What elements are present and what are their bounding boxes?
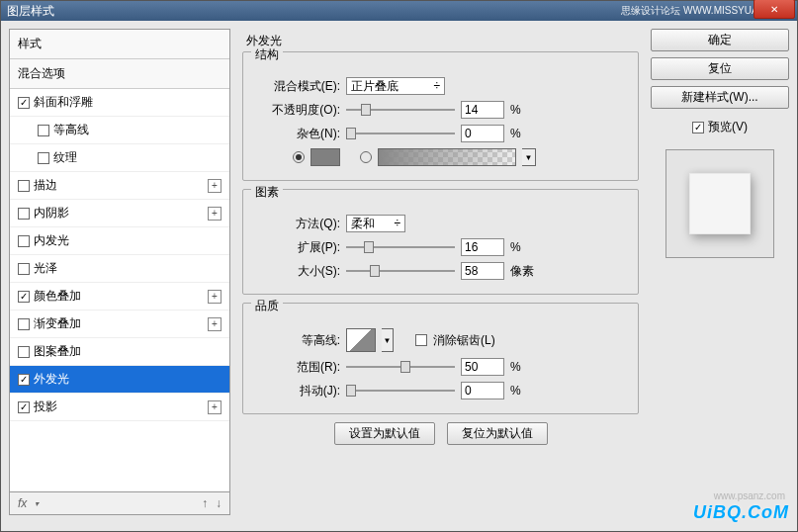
style-item-label: 图案叠加: [34, 343, 81, 360]
jitter-label: 抖动(J):: [253, 383, 340, 399]
add-icon[interactable]: +: [208, 290, 222, 304]
style-checkbox[interactable]: [38, 125, 49, 136]
style-item[interactable]: 渐变叠加+: [10, 310, 229, 338]
style-checkbox[interactable]: [18, 291, 30, 303]
style-checkbox[interactable]: [18, 401, 30, 413]
structure-title: 结构: [251, 46, 283, 63]
style-item[interactable]: 纹理: [10, 144, 229, 172]
style-item[interactable]: 描边+: [10, 172, 229, 200]
move-up-icon[interactable]: ↑: [202, 496, 208, 510]
jitter-slider[interactable]: [346, 384, 455, 398]
add-icon[interactable]: +: [208, 179, 222, 193]
new-style-button[interactable]: 新建样式(W)...: [651, 86, 789, 109]
style-footer: fx▾ ↑ ↓: [10, 491, 229, 514]
spread-slider[interactable]: [346, 240, 455, 254]
size-slider[interactable]: [346, 264, 455, 278]
style-list: 样式 混合选项 斜面和浮雕等高线纹理描边+内阴影+内发光光泽颜色叠加+渐变叠加+…: [10, 30, 229, 491]
quality-group: 品质 等高线: ▼ 消除锯齿(L) 范围(R): % 抖动(J):: [242, 303, 639, 414]
action-panel: 确定 复位 新建样式(W)... 预览(V): [651, 29, 789, 515]
move-down-icon[interactable]: ↓: [216, 496, 222, 510]
style-item-label: 外发光: [34, 371, 69, 388]
size-input[interactable]: [461, 262, 504, 280]
styles-header[interactable]: 样式: [10, 30, 229, 59]
color-radio[interactable]: [293, 151, 305, 163]
blend-mode-label: 混合模式(E):: [253, 78, 340, 95]
gradient-swatch[interactable]: [378, 148, 516, 166]
style-checkbox[interactable]: [18, 180, 30, 192]
style-checkbox[interactable]: [18, 208, 30, 220]
antialias-label: 消除锯齿(L): [433, 332, 495, 349]
contour-picker[interactable]: [346, 328, 376, 352]
elements-group: 图素 方法(Q): 柔和÷ 扩展(P): % 大小(S): 像素: [242, 189, 639, 295]
technique-label: 方法(Q):: [253, 216, 340, 232]
panel-title: 外发光: [246, 33, 639, 49]
blend-mode-select[interactable]: 正片叠底÷: [346, 77, 445, 95]
style-item-label: 内阴影: [34, 205, 69, 222]
noise-unit: %: [510, 127, 521, 140]
style-item[interactable]: 等高线: [10, 117, 229, 144]
style-checkbox[interactable]: [18, 263, 30, 275]
range-input[interactable]: [461, 358, 504, 376]
style-item-label: 描边: [34, 177, 57, 194]
style-item-label: 投影: [34, 399, 57, 415]
color-swatch[interactable]: [310, 148, 340, 166]
style-checkbox[interactable]: [38, 152, 49, 164]
range-label: 范围(R):: [253, 359, 340, 376]
spread-input[interactable]: [461, 238, 504, 256]
size-unit: 像素: [510, 263, 534, 280]
noise-input[interactable]: [461, 125, 504, 142]
style-item[interactable]: 内阴影+: [10, 200, 229, 227]
add-icon[interactable]: +: [208, 207, 222, 221]
layer-style-dialog: 图层样式 思缘设计论坛 WWW.MISSYUAN.COM ✕ 样式 混合选项 斜…: [0, 0, 798, 532]
style-checkbox[interactable]: [18, 346, 30, 358]
add-icon[interactable]: +: [208, 317, 222, 331]
jitter-input[interactable]: [461, 382, 504, 399]
close-button[interactable]: ✕: [754, 0, 795, 19]
contour-label: 等高线:: [253, 332, 340, 349]
style-item-label: 渐变叠加: [34, 315, 81, 332]
noise-label: 杂色(N):: [253, 126, 340, 142]
range-slider[interactable]: [346, 360, 455, 374]
style-item[interactable]: 投影+: [10, 394, 229, 421]
style-item[interactable]: 光泽: [10, 255, 229, 283]
style-checkbox[interactable]: [18, 235, 30, 247]
style-checkbox[interactable]: [18, 318, 30, 330]
ok-button[interactable]: 确定: [651, 29, 789, 51]
watermark-url: www.psanz.com: [714, 490, 785, 501]
style-item-label: 光泽: [34, 260, 57, 277]
style-checkbox[interactable]: [18, 374, 30, 386]
contour-dropdown-icon[interactable]: ▼: [382, 328, 394, 352]
content: 样式 混合选项 斜面和浮雕等高线纹理描边+内阴影+内发光光泽颜色叠加+渐变叠加+…: [1, 21, 797, 523]
antialias-checkbox[interactable]: [415, 334, 427, 346]
cancel-button[interactable]: 复位: [651, 57, 789, 80]
gradient-dropdown-icon[interactable]: ▼: [522, 148, 536, 166]
opacity-label: 不透明度(O):: [253, 102, 340, 119]
size-label: 大小(S):: [253, 263, 340, 280]
preview-checkbox[interactable]: [692, 122, 704, 133]
gradient-radio[interactable]: [360, 151, 372, 163]
technique-select[interactable]: 柔和÷: [346, 215, 405, 232]
style-item[interactable]: 外发光: [10, 366, 229, 394]
spread-unit: %: [510, 240, 521, 254]
add-icon[interactable]: +: [208, 400, 222, 414]
noise-slider[interactable]: [346, 127, 455, 140]
spread-label: 扩展(P):: [253, 239, 340, 256]
style-item[interactable]: 斜面和浮雕: [10, 89, 229, 117]
blend-options-header[interactable]: 混合选项: [10, 59, 229, 89]
opacity-input[interactable]: [461, 101, 504, 119]
elements-title: 图素: [251, 184, 283, 201]
style-item[interactable]: 图案叠加: [10, 338, 229, 366]
window-title: 图层样式: [7, 3, 621, 20]
preview-shape: [689, 173, 751, 234]
reset-default-button[interactable]: 复位为默认值: [447, 422, 548, 445]
style-item[interactable]: 颜色叠加+: [10, 283, 229, 310]
make-default-button[interactable]: 设置为默认值: [334, 422, 435, 445]
style-item-label: 等高线: [53, 122, 89, 138]
style-checkbox[interactable]: [18, 97, 30, 109]
titlebar: 图层样式 思缘设计论坛 WWW.MISSYUAN.COM: [1, 1, 797, 21]
fx-dropdown-icon[interactable]: ▾: [35, 499, 39, 508]
settings-panel: 外发光 结构 混合模式(E): 正片叠底÷ 不透明度(O): % 杂色(N):: [238, 29, 643, 515]
opacity-slider[interactable]: [346, 103, 455, 117]
jitter-unit: %: [510, 384, 521, 398]
style-item[interactable]: 内发光: [10, 227, 229, 255]
